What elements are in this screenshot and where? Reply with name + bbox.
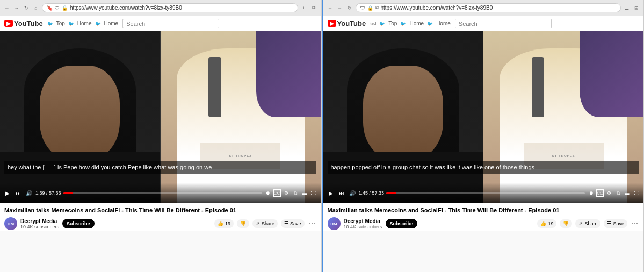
left-yt-logo[interactable]: ▶ YouTube (4, 19, 43, 27)
right-lock-icon: 🔒 (367, 5, 373, 11)
left-skip-btn[interactable]: ⏭ (14, 189, 23, 197)
left-share-label: Share (262, 221, 274, 226)
twitter-icon-1: 🐦 (47, 21, 53, 26)
left-play-btn[interactable]: ▶ (3, 189, 12, 197)
right-twitter-icon-2: 🐦 (400, 21, 406, 26)
right-autoplay-icon[interactable]: ⏺ (587, 189, 595, 197)
left-volume-btn[interactable]: 🔊 (25, 189, 33, 197)
right-subtitle-text: happen popped off in a group chat so it … (331, 164, 535, 170)
left-dislike-icon: 👎 (240, 221, 246, 226)
left-more-btn[interactable]: ⋯ (308, 219, 316, 228)
right-share-icon: ↗ (578, 221, 583, 226)
left-settings-icon[interactable]: ⚙ (283, 189, 290, 197)
home-icon[interactable]: ⌂ (32, 4, 40, 12)
shield-icon: 🛡 (55, 5, 60, 11)
right-home-link-2[interactable]: Home (436, 20, 451, 26)
left-video-controls[interactable]: ▶ ⏭ 🔊 1:39 / 57:33 ⏺ CC ⚙ ⧉ ▬ ⛶ (0, 183, 321, 203)
right-control-icons-right: ⏺ CC ⚙ ⧉ ▬ ⛶ (587, 189, 640, 197)
left-channel-name[interactable]: Decrypt Media (20, 218, 59, 224)
left-save-btn[interactable]: ☰ Save (281, 219, 305, 228)
back-icon[interactable]: ← (3, 4, 11, 12)
right-channel-avatar[interactable]: DM (328, 217, 341, 230)
right-video-left-panel (323, 31, 484, 203)
right-address-text: https://www.youtube.com/watch?v=8izx-ty8… (381, 5, 493, 11)
right-yt-logo[interactable]: ▶ YouTube (328, 19, 366, 27)
left-address-bar[interactable]: 🔖 🛡 🔒 https://www.youtube.com/watch?v=8i… (42, 3, 298, 12)
right-forward-icon[interactable]: → (336, 4, 344, 12)
left-theater-icon[interactable]: ▬ (301, 189, 308, 197)
right-like-btn[interactable]: 👍 19 (537, 219, 556, 228)
lock-icon: 🔒 (62, 5, 68, 11)
left-home-link-1[interactable]: Home (77, 20, 92, 26)
left-cc-icon[interactable]: CC (273, 189, 281, 197)
left-nav-icons: ← → ↻ ⌂ (3, 4, 40, 12)
left-channel-row: DM Decrypt Media 10.4K subscribers Subsc… (4, 217, 316, 230)
left-video-container: ST·TROPEZ hey what the [ __ ] is Pepe ho… (0, 31, 321, 203)
right-connected-text: ted (370, 21, 376, 26)
left-video-section: Maximilian talks Memecoins and SocialFi … (0, 203, 321, 231)
left-miniplayer-icon[interactable]: ⧉ (292, 189, 299, 197)
left-progress-bar[interactable] (63, 192, 262, 194)
new-tab-icon[interactable]: + (300, 4, 308, 12)
screen-icon[interactable]: ⧉ (310, 4, 317, 12)
left-like-btn[interactable]: 👍 19 (214, 219, 234, 228)
address-text: https://www.youtube.com/watch?v=8izx-ty8… (70, 5, 182, 11)
right-cc-icon[interactable]: CC (596, 189, 604, 197)
right-progress-bar[interactable] (386, 192, 585, 194)
right-more-btn[interactable]: ⋯ (631, 219, 639, 228)
right-twitter-icon-3: 🐦 (427, 21, 433, 26)
right-save-label: Save (613, 221, 624, 226)
right-volume-btn[interactable]: 🔊 (348, 189, 357, 197)
right-fullscreen-icon[interactable]: ⛶ (633, 189, 640, 197)
right-channel-info: Decrypt Media 10.4K subscribers (344, 218, 382, 230)
left-home-link-2[interactable]: Home (104, 20, 119, 26)
right-share-label: Share (584, 221, 597, 226)
right-address-bar[interactable]: 🛡 🔒 ⧉ https://www.youtube.com/watch?v=8i… (356, 3, 621, 12)
right-dislike-btn[interactable]: 👎 (560, 219, 572, 228)
right-search-input[interactable] (455, 19, 552, 28)
right-miniplayer-icon[interactable]: ⧉ (614, 189, 622, 197)
right-skip-btn[interactable]: ⏭ (337, 189, 346, 197)
right-settings-icon[interactable]: ⚙ (605, 189, 613, 197)
refresh-icon[interactable]: ↻ (23, 4, 30, 12)
right-yt-logo-icon: ▶ (328, 20, 336, 27)
left-action-buttons: 👍 19 👎 ↗ Share ☰ Save ⋯ (214, 219, 316, 228)
left-fullscreen-icon[interactable]: ⛶ (310, 189, 317, 197)
right-back-icon[interactable]: ← (327, 4, 334, 12)
right-home-link-1[interactable]: Home (409, 20, 424, 26)
right-menu-icon[interactable]: ⊞ (633, 4, 640, 12)
left-like-count: 19 (225, 221, 230, 226)
right-yt-logo-text: YouTube (337, 19, 366, 27)
left-yt-nav: ▶ YouTube 🐦 Top 🐦 Home 🐦 Home (0, 16, 321, 31)
left-dislike-btn[interactable]: 👎 (237, 219, 249, 228)
right-nav-icons: ← → ↻ (327, 4, 353, 12)
right-theater-icon[interactable]: ▬ (624, 189, 631, 197)
right-video-right-panel: ST·TROPEZ (483, 31, 643, 203)
right-yt-nav: ▶ YouTube ted 🐦 Top 🐦 Home 🐦 Home (323, 16, 644, 31)
right-channel-name[interactable]: Decrypt Media (344, 218, 382, 224)
right-top-link[interactable]: Top (388, 20, 397, 26)
right-new-tab-icon[interactable]: ☰ (623, 4, 631, 12)
left-time-display: 1:39 / 57:33 (35, 190, 61, 196)
right-dislike-icon: 👎 (563, 221, 569, 226)
right-share-btn[interactable]: ↗ Share (575, 219, 600, 228)
left-top-link[interactable]: Top (56, 20, 65, 26)
right-subscribe-btn[interactable]: Subscribe (386, 219, 418, 228)
left-share-btn[interactable]: ↗ Share (252, 219, 278, 228)
left-video-frame: ST·TROPEZ (0, 31, 321, 203)
yt-logo-icon: ▶ (4, 20, 13, 27)
left-channel-subs: 10.4K subscribers (20, 224, 59, 230)
left-search-input[interactable] (122, 19, 219, 28)
forward-icon[interactable]: → (13, 4, 20, 12)
left-autoplay-icon[interactable]: ⏺ (264, 189, 272, 197)
right-video-controls[interactable]: ▶ ⏭ 🔊 1:45 / 57:33 ⏺ CC ⚙ ⧉ ▬ ⛶ (323, 183, 644, 203)
right-play-btn[interactable]: ▶ (327, 189, 335, 197)
left-yt-nav-links: 🐦 Top 🐦 Home 🐦 Home (47, 20, 119, 26)
left-video-left-panel (0, 31, 161, 203)
right-like-icon: 👍 (540, 221, 546, 226)
left-subtitle: hey what the [ __ ] is Pepe how did you … (4, 161, 316, 174)
right-refresh-icon[interactable]: ↻ (346, 4, 353, 12)
left-channel-avatar[interactable]: DM (4, 217, 17, 230)
left-subscribe-btn[interactable]: Subscribe (62, 219, 95, 228)
right-save-btn[interactable]: ☰ Save (604, 219, 627, 228)
